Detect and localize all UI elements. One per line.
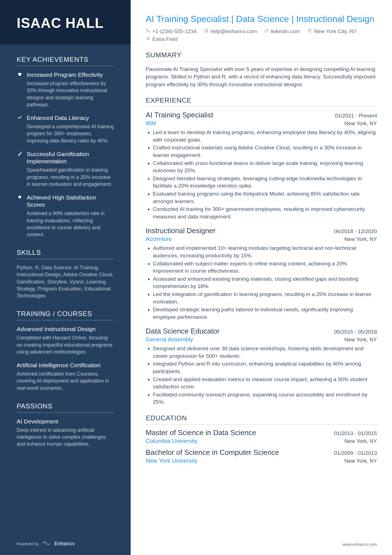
job-location: New York, NY: [344, 120, 377, 127]
bullet: Crafted instructional materials using Ad…: [153, 144, 377, 159]
passions-heading: PASSIONS: [17, 402, 114, 413]
degree-title: Master of Science in Data Science: [146, 428, 256, 437]
brand-name: Enhancv: [54, 541, 75, 547]
achievement-item: Successful Gamification Implementation S…: [17, 151, 114, 188]
linkedin-text: linkedin.com: [271, 28, 300, 34]
location-text: New York City, NY: [314, 28, 357, 34]
achievement-title: Increased Program Effectivity: [27, 71, 114, 78]
achievement-desc: Achieved a 90% satisfaction rate in trai…: [27, 210, 114, 238]
phone-text: +1-(234)-555-1234: [152, 28, 197, 34]
bullet: Facilitated community outreach programs,…: [153, 391, 377, 406]
course-title: Advanced Instructional Design: [17, 325, 114, 333]
contact-phone: +1-(234)-555-1234: [146, 28, 197, 34]
svg-point-2: [309, 30, 310, 31]
email-text: help@enhancv.com: [210, 28, 257, 34]
skills-text: Python, R, Data Science, AI Training, In…: [17, 264, 114, 299]
degree-dates: 01/2009 - 01/2013: [334, 450, 377, 456]
experience-item: Instructional Designer 06/2018 - 12/2020…: [146, 226, 377, 321]
headline-title: AI Training Specialist | Data Science | …: [146, 13, 377, 25]
education-heading: EDUCATION: [146, 414, 377, 425]
location-icon: [307, 28, 312, 34]
experience-item: Data Science Educator 05/2015 - 05/2018 …: [146, 327, 377, 406]
job-bullets: Authored and implemented 10+ learning mo…: [146, 245, 377, 321]
education-section: EDUCATION Master of Science in Data Scie…: [146, 414, 377, 464]
achievement-desc: Spearheaded gamification in training pro…: [27, 167, 114, 188]
contact-email: help@enhancv.com: [204, 28, 257, 34]
website-footer: www.enhancv.com: [343, 542, 377, 547]
training-section: TRAINING / COURSES Advanced Instructiona…: [17, 310, 114, 392]
degree-dates: 01/2013 - 01/2015: [334, 430, 377, 436]
bullet: Collaborated with cross-functional teams…: [153, 160, 377, 174]
course-title: Artificial Intelligence Certification: [17, 362, 114, 369]
achievement-desc: Developed a comprehensive AI training pr…: [27, 123, 114, 144]
job-location: New York, NY: [344, 236, 377, 242]
job-company: Accenture: [146, 236, 172, 242]
bullet: Led a team to develop AI training progra…: [153, 129, 377, 144]
passion-item: AI Development Deep interest in advancin…: [17, 418, 114, 448]
extra-text: Extra Field: [152, 36, 178, 42]
education-item: Bachelor of Science in Computer Science …: [146, 448, 377, 464]
bullet: Evaluated training programs using the Ki…: [153, 190, 377, 205]
job-title: AI Training Specialist: [146, 111, 213, 119]
check-icon: [17, 114, 23, 120]
achievement-item: Increased Program Effectivity Increased …: [17, 71, 114, 108]
school-location: New York, NY: [344, 438, 377, 444]
course-desc: Achieved certification from Coursera, co…: [17, 371, 114, 392]
training-heading: TRAINING / COURSES: [17, 310, 114, 320]
job-title: Instructional Designer: [146, 226, 215, 235]
bullet: Developed strategic learning paths tailo…: [153, 306, 377, 321]
star-icon: [17, 194, 23, 200]
skills-heading: SKILLS: [17, 249, 114, 259]
contact-row: +1-(234)-555-1234 help@enhancv.com linke…: [146, 28, 377, 42]
contact-extra: Extra Field: [146, 36, 178, 42]
achievement-title: Enhanced Data Literacy: [27, 114, 114, 122]
summary-section: SUMMARY Passionate AI Training Specialis…: [146, 51, 377, 88]
at-icon: [204, 28, 209, 34]
star-outline-icon: [146, 36, 150, 42]
wand-icon: [17, 151, 23, 157]
passions-section: PASSIONS AI Development Deep interest in…: [17, 402, 114, 448]
achievement-desc: Increased program effectiveness by 30% t…: [27, 80, 114, 108]
heart-icon: [17, 71, 23, 77]
job-dates: 01/2021 - Present: [335, 113, 377, 119]
summary-heading: SUMMARY: [146, 51, 377, 61]
degree-title: Bachelor of Science in Computer Science: [146, 448, 279, 457]
bullet: Designed and delivered over 30 data scie…: [153, 345, 377, 360]
achievement-item: Achieved High Satisfaction Scores Achiev…: [17, 194, 114, 238]
achievements-section: KEY ACHIEVEMENTS Increased Program Effec…: [17, 56, 114, 238]
education-item: Master of Science in Data Science 01/201…: [146, 428, 377, 444]
job-company: IBM: [146, 120, 156, 127]
link-icon: [264, 28, 269, 34]
achievements-heading: KEY ACHIEVEMENTS: [17, 56, 114, 66]
summary-text: Passionate AI Training Specialist with o…: [146, 65, 377, 88]
bullet: Assessed and enhanced existing training …: [153, 275, 377, 290]
main-content: AI Training Specialist | Data Science | …: [131, 0, 392, 555]
job-title: Data Science Educator: [146, 327, 220, 336]
sidebar-header: ISAAC HALL: [0, 0, 131, 45]
experience-section: EXPERIENCE AI Training Specialist 01/202…: [146, 97, 377, 406]
bullet: Conducted AI training for 300+ governmen…: [153, 206, 377, 220]
sidebar: ISAAC HALL KEY ACHIEVEMENTS Increased Pr…: [0, 0, 131, 555]
bullet: Designed blended learning strategies, le…: [153, 175, 377, 190]
course-desc: Completed with Harvard Online, focusing …: [17, 334, 114, 356]
bullet: Authored and implemented 10+ learning mo…: [153, 245, 377, 259]
achievement-title: Achieved High Satisfaction Scores: [27, 194, 114, 209]
bullet: Led the integration of gamification in l…: [153, 291, 377, 305]
job-dates: 06/2018 - 12/2020: [334, 228, 377, 235]
enhancv-logo-icon: [43, 541, 50, 547]
contact-linkedin: linkedin.com: [264, 28, 300, 34]
powered-by-label: Powered by: [17, 541, 39, 546]
job-bullets: Designed and delivered over 30 data scie…: [146, 345, 377, 406]
job-bullets: Led a team to develop AI training progra…: [146, 129, 377, 220]
job-location: New York, NY: [344, 337, 377, 343]
school-location: New York, NY: [344, 458, 377, 464]
skills-section: SKILLS Python, R, Data Science, AI Train…: [17, 249, 114, 299]
contact-location: New York City, NY: [307, 28, 357, 34]
job-company: General Assembly: [146, 336, 193, 343]
experience-item: AI Training Specialist 01/2021 - Present…: [146, 111, 377, 220]
candidate-name: ISAAC HALL: [17, 15, 114, 31]
svg-point-1: [205, 30, 207, 31]
bullet: Collaborated with subject matter experts…: [153, 260, 377, 275]
experience-heading: EXPERIENCE: [146, 97, 377, 107]
bullet: Created and applied evaluation metrics t…: [153, 376, 377, 391]
